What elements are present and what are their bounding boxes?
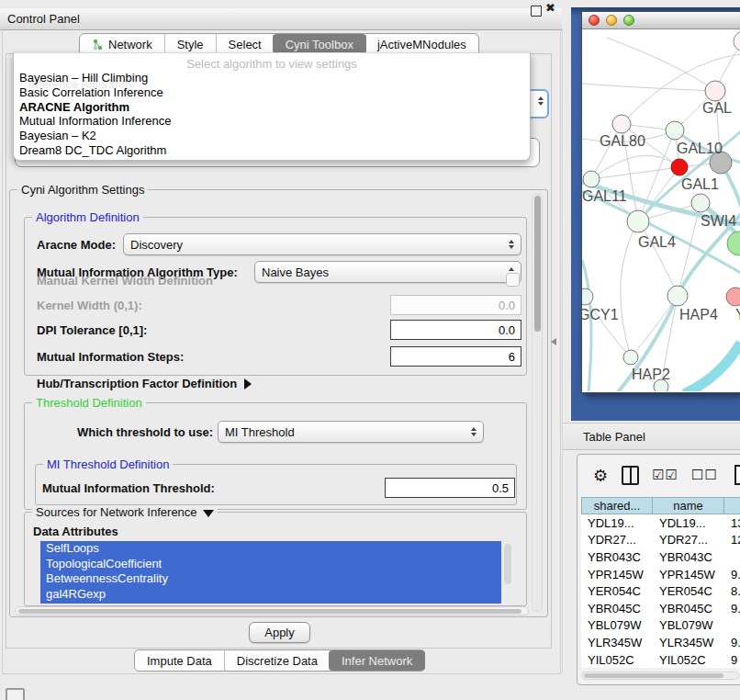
dropdown-item[interactable]: Basic Correlation Inference [17, 85, 526, 100]
window-close-button[interactable] [589, 15, 600, 26]
network-window-titlebar[interactable] [582, 12, 740, 29]
sources-group-title[interactable]: Sources for Network Inference [32, 505, 218, 519]
table-row[interactable]: YDL19...YDL19...13 [581, 514, 740, 532]
table-cell[interactable]: 9 [724, 651, 740, 669]
attribute-item[interactable]: TopologicalCoefficient [40, 557, 501, 572]
tab-infer-network[interactable]: Infer Network [329, 650, 425, 671]
close-icon[interactable]: ✖ [545, 1, 555, 15]
panel-splitter[interactable] [562, 28, 563, 673]
dropdown-item[interactable]: Bayesian – K2 [17, 129, 526, 143]
data-attributes-list[interactable]: SelfLoopsTopologicalCoefficientBetweenne… [40, 541, 501, 604]
tab-cyni-toolbox[interactable]: Cyni Toolbox [273, 34, 366, 54]
table-cell[interactable]: 9. [724, 634, 740, 651]
table-row[interactable]: YER054CYER054C8. [581, 582, 740, 600]
table-horizontal-scrollbar[interactable] [581, 672, 739, 680]
column-header[interactable] [724, 497, 740, 514]
settings-scrollbar[interactable] [532, 193, 543, 612]
tab-style[interactable]: Style [164, 34, 216, 54]
network-node-gal1[interactable] [671, 159, 688, 175]
table-cell[interactable]: YER054C [581, 582, 653, 600]
table-row[interactable]: YIL052CYIL052C9 [581, 651, 740, 669]
dropdown-item[interactable]: ARACNE Algorithm [17, 100, 526, 115]
splitter-collapse-icon[interactable] [551, 338, 556, 345]
table-cell[interactable] [724, 617, 740, 635]
document-icon[interactable] [734, 465, 740, 485]
which-threshold-combo[interactable]: MI Threshold [218, 421, 484, 443]
table-cell[interactable]: 9. [724, 566, 740, 583]
table-cell[interactable]: YIL052C [653, 651, 724, 669]
kernel-width-field[interactable]: 0.0 [390, 295, 521, 315]
table-row[interactable]: YBL079WYBL079W [581, 617, 740, 635]
column-header[interactable]: name [653, 497, 724, 514]
table-cell[interactable]: YDL19... [653, 514, 724, 532]
columns-icon[interactable] [622, 466, 639, 485]
table-cell[interactable]: YPR145W [581, 566, 653, 583]
table-cell[interactable]: YER054C [653, 582, 724, 600]
table-cell[interactable]: YDL19... [581, 514, 653, 532]
deselect-all-checkboxes-icon[interactable]: ☐☐ [691, 467, 718, 483]
table-row[interactable]: YLR345WYLR345W9. [581, 634, 740, 651]
table-cell[interactable]: YBL079W [653, 617, 724, 635]
table-cell[interactable]: 9. [724, 600, 740, 617]
tab-select[interactable]: Select [216, 34, 274, 54]
table-cell[interactable]: 13 [724, 514, 740, 532]
float-window-icon[interactable] [531, 6, 542, 17]
network-node-gal80[interactable] [612, 115, 631, 133]
table-cell[interactable]: YLR345W [581, 634, 653, 651]
attribute-item[interactable]: gal4RGexp [40, 587, 501, 603]
table-horizontal-scrollbar-thumb[interactable] [584, 673, 723, 678]
table-cell[interactable]: YBR043C [581, 548, 653, 566]
network-node[interactable] [727, 231, 740, 255]
network-node-gal4[interactable] [627, 210, 649, 232]
window-zoom-button[interactable] [623, 15, 634, 26]
table-cell[interactable]: YDR27... [653, 532, 724, 549]
network-node-hap2[interactable] [623, 350, 638, 365]
table-cell[interactable]: YPR145W [653, 566, 724, 583]
table-cell[interactable]: YBR045C [581, 600, 653, 617]
table-cell[interactable]: YBR043C [653, 548, 724, 566]
table-cell[interactable]: YBL079W [581, 617, 653, 635]
table-row[interactable]: YDR27...YDR27...12 [581, 532, 740, 549]
minimized-panel-icon[interactable] [6, 688, 25, 700]
apply-button[interactable]: Apply [249, 622, 310, 643]
manual-kernel-checkbox[interactable] [506, 273, 520, 287]
tab-impute-data[interactable]: Impute Data [135, 650, 224, 671]
attribute-item[interactable]: BetweennessCentrality [40, 571, 501, 587]
attribute-item[interactable]: SelfLoops [40, 541, 501, 557]
mi-steps-field[interactable]: 6 [390, 346, 521, 367]
column-header[interactable]: shared... [581, 497, 653, 514]
dropdown-item[interactable]: Dream8 DC_TDC Algorithm [17, 143, 526, 158]
table-cell[interactable] [724, 548, 740, 566]
table-cell[interactable]: YBR045C [653, 600, 724, 617]
network-node-gal11[interactable] [583, 171, 600, 187]
table-cell[interactable]: 12 [724, 532, 740, 549]
table-row[interactable]: YBR045CYBR045C9. [581, 600, 740, 617]
network-node-gal10[interactable] [666, 121, 684, 140]
network-node-swi4[interactable] [691, 194, 710, 212]
mi-threshold-field[interactable]: 0.5 [385, 478, 515, 498]
mi-type-combo[interactable]: Naive Bayes [254, 261, 521, 283]
network-node[interactable] [734, 31, 740, 51]
window-minimize-button[interactable] [606, 15, 617, 26]
table-row[interactable]: YBR043CYBR043C [581, 548, 740, 566]
settings-scrollbar-thumb[interactable] [534, 196, 541, 332]
network-node-y[interactable] [726, 288, 740, 306]
aracne-mode-combo[interactable]: Discovery [123, 233, 521, 255]
table-cell[interactable]: YDR27... [581, 532, 653, 549]
select-all-checkboxes-icon[interactable]: ☑☑ [652, 467, 678, 483]
network-node-hap4[interactable] [667, 286, 688, 306]
tab-discretize-data[interactable]: Discretize Data [224, 650, 330, 671]
attributes-scrollbar-thumb[interactable] [504, 544, 511, 584]
dpi-tolerance-field[interactable]: 0.0 [390, 320, 521, 340]
table-row[interactable]: YPR145WYPR145W9. [581, 566, 740, 583]
table-cell[interactable]: 8. [724, 582, 740, 600]
tab-jactivemnodules[interactable]: jActiveMNodules [365, 34, 478, 54]
dropdown-item[interactable]: Mutual Information Inference [17, 114, 526, 129]
network-node-gal[interactable] [705, 81, 725, 101]
network-node-gcy1[interactable] [582, 288, 593, 305]
hub-definition-toggle[interactable]: Hub/Transcription Factor Definition [37, 377, 252, 390]
settings-horizontal-scrollbar-thumb[interactable] [18, 609, 521, 615]
dropdown-item[interactable]: Bayesian – Hill Climbing [17, 71, 526, 85]
table-cell[interactable]: YLR345W [653, 634, 724, 651]
network-canvas[interactable]: GALGAL80GAL10GAL1GAL11SWI4GAL4GCY1HAP4YH… [582, 29, 740, 391]
